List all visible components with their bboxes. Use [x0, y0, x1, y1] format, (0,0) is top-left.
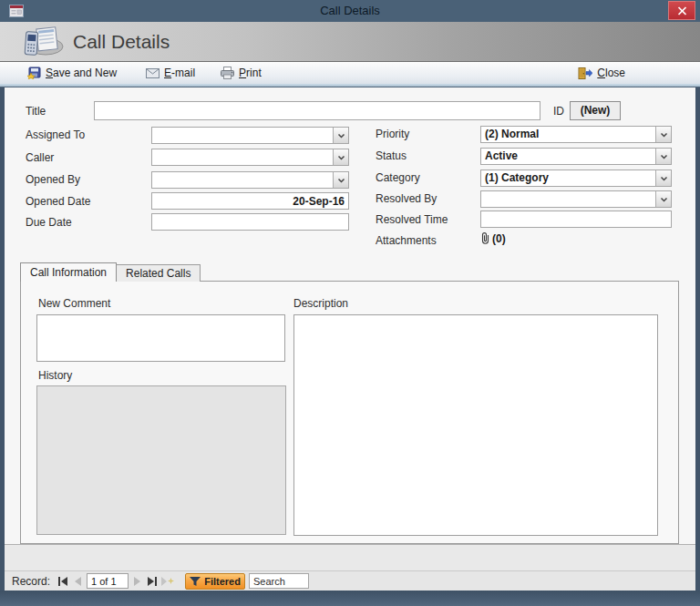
print-label: Print [239, 67, 262, 79]
email-button[interactable]: E-mail [140, 63, 201, 83]
new-comment-textarea[interactable] [36, 314, 285, 362]
chevron-down-icon [337, 132, 345, 139]
attachments-count: (0) [492, 232, 506, 245]
window-close-button[interactable] [668, 1, 695, 20]
description-textarea[interactable] [293, 314, 658, 536]
category-dropdown-button[interactable] [655, 170, 671, 186]
exit-door-icon [578, 67, 592, 79]
last-record-button[interactable] [145, 574, 160, 589]
history-label: History [38, 369, 72, 382]
funnel-icon [190, 577, 201, 586]
caller-combobox[interactable] [151, 149, 349, 166]
call-details-window: Call Details [0, 0, 700, 606]
attachments-label: Attachments [376, 234, 437, 247]
new-comment-label: New Comment [38, 297, 110, 310]
assigned-to-dropdown-button[interactable] [333, 128, 348, 143]
priority-combobox[interactable]: (2) Normal [480, 126, 672, 143]
close-form-button[interactable]: Close [572, 63, 631, 83]
record-position[interactable] [87, 573, 129, 589]
close-label: Close [597, 67, 625, 79]
assigned-to-combobox[interactable] [151, 127, 349, 144]
paperclip-icon [480, 231, 490, 245]
category-combobox[interactable]: (1) Category [480, 169, 672, 187]
previous-record-button[interactable] [70, 574, 85, 589]
chevron-down-icon [660, 175, 668, 182]
record-label: Record: [12, 575, 50, 588]
id-value: (New) [570, 101, 621, 120]
next-record-icon [133, 577, 142, 586]
chevron-down-icon [337, 177, 345, 184]
print-button[interactable]: Print [215, 63, 267, 83]
call-details-phone-icon [22, 26, 66, 57]
history-textarea[interactable] [36, 385, 286, 535]
close-x-icon [677, 6, 687, 15]
record-navigation-bar: Record: Filtered [5, 570, 695, 591]
caller-dropdown-button[interactable] [333, 149, 348, 165]
resolved-by-label: Resolved By [376, 192, 437, 205]
window-title: Call Details [0, 0, 700, 22]
due-date-input[interactable] [151, 213, 349, 231]
new-record-icon [160, 577, 174, 586]
resolved-time-input[interactable] [480, 211, 672, 228]
form-header: Call Details [0, 22, 700, 62]
first-record-button[interactable] [56, 574, 70, 589]
category-label: Category [376, 171, 420, 184]
tab-related-calls[interactable]: Related Calls [117, 264, 201, 282]
resolved-by-combobox[interactable] [480, 190, 672, 208]
window-bottom-border [0, 591, 700, 606]
new-record-button[interactable] [160, 574, 174, 589]
titlebar[interactable]: Call Details [0, 0, 700, 22]
caller-label: Caller [26, 151, 54, 164]
opened-by-dropdown-button[interactable] [333, 172, 348, 188]
save-icon [27, 67, 41, 79]
assigned-to-label: Assigned To [26, 128, 85, 141]
status-label: Status [376, 149, 407, 162]
chevron-down-icon [337, 154, 345, 161]
tab-call-information[interactable]: Call Information [20, 262, 117, 282]
record-search-input[interactable] [249, 573, 309, 589]
tab-strip: Call Information Related Calls [20, 262, 201, 282]
email-label: E-mail [164, 67, 195, 79]
attachments-field[interactable]: (0) [480, 231, 506, 245]
printer-icon [221, 67, 234, 79]
opened-by-label: Opened By [26, 173, 80, 186]
resolved-by-dropdown-button[interactable] [655, 191, 671, 207]
save-and-new-button[interactable]: Save and New [22, 63, 122, 83]
filtered-label: Filtered [204, 576, 241, 587]
form-title: Call Details [73, 22, 170, 62]
description-label: Description [293, 297, 348, 310]
status-dropdown-button[interactable] [655, 149, 671, 164]
filter-toggle-button[interactable]: Filtered [185, 573, 245, 590]
priority-dropdown-button[interactable] [655, 127, 671, 142]
chevron-down-icon [660, 131, 668, 139]
save-and-new-label: Save and New [46, 67, 117, 79]
priority-label: Priority [376, 128, 409, 140]
chevron-down-icon [660, 196, 668, 203]
email-envelope-icon [146, 68, 160, 78]
title-input[interactable] [94, 101, 540, 120]
title-label: Title [26, 105, 46, 118]
opened-date-input[interactable] [151, 192, 349, 210]
resolved-time-label: Resolved Time [376, 213, 448, 226]
next-record-button[interactable] [130, 574, 145, 589]
previous-record-icon [73, 577, 82, 586]
toolbar: Save and New E-mail Print [0, 62, 700, 84]
chevron-down-icon [660, 153, 668, 160]
first-record-icon [57, 577, 68, 586]
last-record-icon [147, 577, 158, 586]
opened-date-label: Opened Date [26, 195, 90, 208]
id-label: ID [553, 105, 564, 118]
opened-by-combobox[interactable] [151, 171, 349, 189]
due-date-label: Due Date [26, 216, 72, 229]
status-combobox[interactable]: Active [480, 148, 672, 165]
